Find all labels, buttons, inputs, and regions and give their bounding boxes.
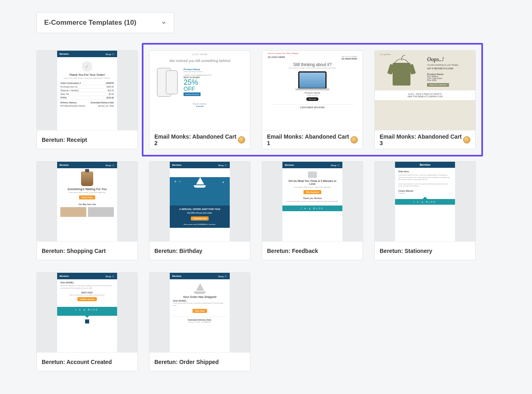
preview: BeretunShop 🛒 ✦ ✧ ✦ A SPECIAL OFFER JUST…: [150, 162, 250, 241]
author-badge-icon: [463, 136, 470, 143]
preview: BeretunShop 🛒 Your Order Has Shipped! He…: [150, 273, 250, 352]
flask-icon: [81, 171, 93, 186]
author-badge-icon: [350, 136, 358, 143]
laptop-icon: [298, 71, 327, 89]
preview: Discount | Laptops | Free Offers | Shipp…: [262, 51, 363, 130]
author-badge-icon: [238, 136, 245, 143]
preview: BeretunShop 🛒 ✓ Thank You For Your Order…: [37, 51, 137, 130]
sailboat-icon: [194, 177, 206, 188]
preview: BeretunShop 🛒 Tell Us What You Think in …: [262, 162, 363, 241]
template-card-receipt[interactable]: BeretunShop 🛒 ✓ Thank You For Your Order…: [36, 50, 138, 149]
preview: Beretun Hello there, Lorem ipsum dolor s…: [375, 162, 475, 241]
template-title: Email Monks: Abandoned Cart 1: [267, 133, 350, 146]
template-title: Beretun: Shopping Cart: [42, 248, 106, 254]
template-title: Email Monks: Abandoned Cart 2: [154, 133, 238, 146]
preview: LOGO HERE We noticed you left something …: [150, 51, 250, 130]
template-title: Beretun: Feedback: [267, 248, 318, 254]
template-title: Beretun: Order Shipped: [154, 359, 219, 365]
template-title: Email Monks: Abandoned Cart 3: [380, 133, 463, 146]
template-title: Beretun: Receipt: [42, 137, 87, 143]
category-dropdown[interactable]: E-Commerce Templates (10): [36, 12, 174, 33]
dropdown-label: E-Commerce Templates (10): [44, 19, 136, 27]
template-card-abandoned-cart-3[interactable]: ◔ LogoHere Oops..! You left something on…: [374, 50, 476, 149]
template-title: Beretun: Stationery: [380, 248, 432, 254]
preview: BeretunShop 🛒 Something's Waiting For Yo…: [37, 162, 137, 241]
template-title: Beretun: Birthday: [154, 248, 202, 254]
highlighted-templates: LOGO HERE We noticed you left something …: [142, 43, 483, 156]
shirt-icon: [393, 63, 410, 86]
template-card-abandoned-cart-2[interactable]: LOGO HERE We noticed you left something …: [149, 50, 250, 149]
template-card-account-created[interactable]: BeretunShop 🛒 Hello {NAME}, Welcome to B…: [36, 272, 138, 371]
template-card-abandoned-cart-1[interactable]: Discount | Laptops | Free Offers | Shipp…: [262, 50, 363, 149]
template-title: Beretun: Account Created: [42, 359, 112, 365]
template-card-birthday[interactable]: BeretunShop 🛒 ✦ ✧ ✦ A SPECIAL OFFER JUST…: [149, 161, 250, 260]
template-card-shopping-cart[interactable]: BeretunShop 🛒 Something's Waiting For Yo…: [36, 161, 138, 260]
template-card-feedback[interactable]: BeretunShop 🛒 Tell Us What You Think in …: [262, 161, 363, 260]
template-card-order-shipped[interactable]: BeretunShop 🛒 Your Order Has Shipped! He…: [149, 272, 250, 371]
template-card-stationery[interactable]: Beretun Hello there, Lorem ipsum dolor s…: [374, 161, 476, 260]
preview: ◔ LogoHere Oops..! You left something on…: [375, 51, 475, 130]
chevron-down-icon: [161, 20, 167, 26]
speech-bubble-icon: [308, 171, 317, 178]
sailboat-icon: [194, 283, 206, 294]
template-grid: BeretunShop 🛒 ✓ Thank You For Your Order…: [36, 50, 496, 371]
preview: BeretunShop 🛒 Hello {NAME}, Welcome to B…: [37, 273, 137, 352]
